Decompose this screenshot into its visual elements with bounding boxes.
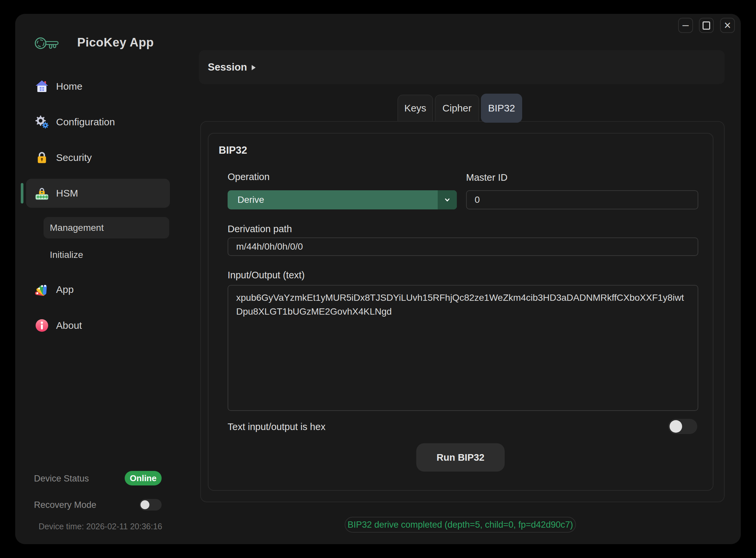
sidebar-item-label: HSM xyxy=(56,188,78,199)
bip32-card-title: BIP32 xyxy=(219,145,247,156)
sidebar-item-label: Home xyxy=(56,81,82,92)
sidebar-subitem-initialize[interactable]: Initialize xyxy=(44,244,169,265)
app-window: – × PicoKey App Home xyxy=(15,14,741,544)
hsm-pin-lock-icon xyxy=(35,186,49,200)
app-title: PicoKey App xyxy=(77,35,154,49)
sidebar-subitem-management[interactable]: Management xyxy=(44,217,169,238)
picokey-logo-key-icon xyxy=(33,34,61,52)
sidebar-subitem-label: Management xyxy=(50,223,104,233)
app-fan-icon xyxy=(35,283,49,297)
sidebar-item-hsm[interactable]: HSM xyxy=(26,179,170,208)
info-icon xyxy=(35,319,49,332)
maximize-button[interactable] xyxy=(699,18,714,33)
status-message-text: BIP32 derive completed (depth=5, child=0… xyxy=(348,520,573,530)
tab-cipher[interactable]: Cipher xyxy=(435,95,479,121)
tab-bar: Keys Cipher BIP32 xyxy=(398,95,522,124)
close-button[interactable]: × xyxy=(720,18,735,33)
toggle-knob xyxy=(141,500,149,509)
sidebar-item-label: Configuration xyxy=(56,117,115,128)
operation-select[interactable]: Derive xyxy=(228,190,457,209)
session-header[interactable]: Session xyxy=(199,50,725,84)
master-id-label: Master ID xyxy=(466,172,508,183)
sidebar-item-app[interactable]: App xyxy=(26,275,170,304)
device-status-badge: Online xyxy=(125,471,161,485)
gears-icon xyxy=(35,115,49,129)
input-output-textarea[interactable]: xpub6GyVaYzmkEt1yMUR5iDx8TJSDYiLUvh15RFh… xyxy=(228,285,698,411)
lock-icon xyxy=(35,151,49,164)
caret-right-icon xyxy=(252,65,256,70)
sidebar-item-security[interactable]: Security xyxy=(26,143,170,172)
recovery-mode-toggle[interactable] xyxy=(140,499,161,510)
recovery-mode-label: Recovery Mode xyxy=(34,500,96,510)
sidebar-subitem-label: Initialize xyxy=(50,250,83,260)
maximize-icon xyxy=(703,21,710,30)
session-title: Session xyxy=(208,61,247,73)
status-message: BIP32 derive completed (depth=5, child=0… xyxy=(345,517,576,533)
device-status-label: Device Status xyxy=(34,474,89,484)
sidebar-item-label: App xyxy=(56,284,74,295)
device-time-text: Device time: 2026-02-11 20:36:16 xyxy=(39,522,162,531)
run-bip32-button[interactable]: Run BIP32 xyxy=(416,443,505,472)
sidebar-item-configuration[interactable]: Configuration xyxy=(26,107,170,136)
hex-toggle[interactable] xyxy=(668,419,697,434)
sidebar-item-label: About xyxy=(56,320,82,331)
toggle-knob xyxy=(670,420,682,433)
sidebar-item-about[interactable]: About xyxy=(26,311,170,340)
active-nav-accent-bar xyxy=(21,183,23,203)
minimize-button[interactable]: – xyxy=(678,18,693,33)
screen: – × PicoKey App Home xyxy=(0,0,756,558)
sidebar-item-label: Security xyxy=(56,152,92,163)
tab-bip32[interactable]: BIP32 xyxy=(481,94,522,123)
derivation-path-label: Derivation path xyxy=(228,224,292,234)
tab-keys[interactable]: Keys xyxy=(398,95,433,121)
hex-toggle-label: Text input/output is hex xyxy=(228,422,326,432)
operation-label: Operation xyxy=(228,172,270,182)
input-output-label: Input/Output (text) xyxy=(228,270,305,281)
chevron-down-icon xyxy=(438,190,457,209)
sidebar-item-home[interactable]: Home xyxy=(26,72,170,101)
operation-select-value: Derive xyxy=(228,195,264,205)
derivation-path-input[interactable] xyxy=(228,237,698,256)
master-id-input[interactable] xyxy=(466,190,698,209)
home-icon xyxy=(35,79,49,93)
